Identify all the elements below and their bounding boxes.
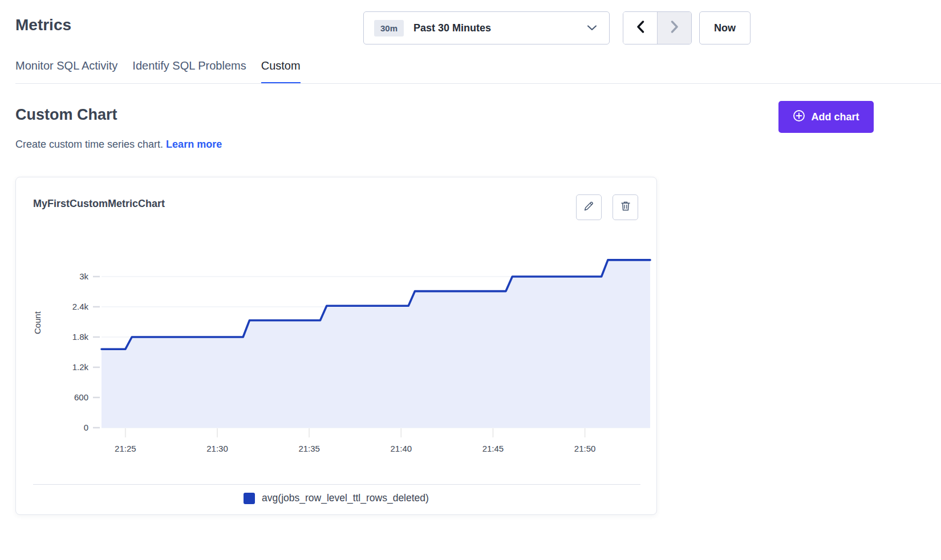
learn-more-link[interactable]: Learn more <box>166 139 222 150</box>
legend-divider <box>33 484 640 485</box>
svg-text:21:25: 21:25 <box>115 444 136 453</box>
legend-item[interactable]: avg(jobs_row_level_ttl_rows_deleted) <box>244 492 429 504</box>
time-range-label: Past 30 Minutes <box>413 22 491 34</box>
legend-swatch <box>244 493 255 504</box>
svg-text:3k: 3k <box>79 271 88 281</box>
svg-text:2.4k: 2.4k <box>72 302 89 311</box>
svg-text:21:30: 21:30 <box>206 444 228 453</box>
plus-circle-icon <box>793 109 805 125</box>
svg-text:1.2k: 1.2k <box>72 362 89 372</box>
svg-text:1.8k: 1.8k <box>72 332 89 342</box>
section-description-text: Create custom time series chart. <box>15 139 163 150</box>
chart-title: MyFirstCustomMetricChart <box>33 198 165 210</box>
trash-icon <box>620 200 631 214</box>
edit-chart-button[interactable] <box>576 194 602 220</box>
section-description: Create custom time series chart. Learn m… <box>15 139 222 151</box>
pencil-icon <box>583 200 595 214</box>
chart-legend: avg(jobs_row_level_ttl_rows_deleted) <box>16 492 656 504</box>
svg-text:0: 0 <box>84 423 88 432</box>
chevron-left-icon <box>636 21 644 35</box>
svg-text:21:45: 21:45 <box>482 444 504 453</box>
tab-identify-sql-problems[interactable]: Identify SQL Problems <box>132 59 246 84</box>
tab-monitor-sql-activity[interactable]: Monitor SQL Activity <box>15 59 117 84</box>
time-range-badge: 30m <box>374 20 404 36</box>
time-pager <box>623 11 692 44</box>
custom-metric-chart[interactable]: 06001.2k1.8k2.4k3k21:2521:3021:3521:4021… <box>16 239 658 467</box>
legend-label: avg(jobs_row_level_ttl_rows_deleted) <box>262 492 429 504</box>
page-title: Metrics <box>15 16 71 34</box>
tab-custom[interactable]: Custom <box>261 59 301 84</box>
delete-chart-button[interactable] <box>613 194 638 220</box>
next-time-button[interactable] <box>657 12 691 44</box>
tabs-divider <box>15 83 941 84</box>
add-chart-label: Add chart <box>811 111 859 123</box>
section-title: Custom Chart <box>15 106 117 124</box>
svg-text:21:50: 21:50 <box>574 444 596 453</box>
svg-text:Count: Count <box>33 311 42 334</box>
metrics-tabs: Monitor SQL Activity Identify SQL Proble… <box>15 59 301 84</box>
time-range-selector[interactable]: 30m Past 30 Minutes <box>363 11 610 44</box>
svg-text:21:35: 21:35 <box>298 444 320 453</box>
svg-text:21:40: 21:40 <box>391 444 412 453</box>
chevron-right-icon <box>671 21 679 35</box>
metrics-page: Metrics 30m Past 30 Minutes Now Monitor … <box>0 0 941 560</box>
add-chart-button[interactable]: Add chart <box>778 101 874 133</box>
chart-card: MyFirstCustomMetricChart 06001.2k1.8k2.4… <box>15 177 657 515</box>
prev-time-button[interactable] <box>623 12 657 44</box>
chevron-down-icon <box>587 23 597 33</box>
now-button[interactable]: Now <box>699 11 751 44</box>
svg-text:600: 600 <box>74 392 88 402</box>
